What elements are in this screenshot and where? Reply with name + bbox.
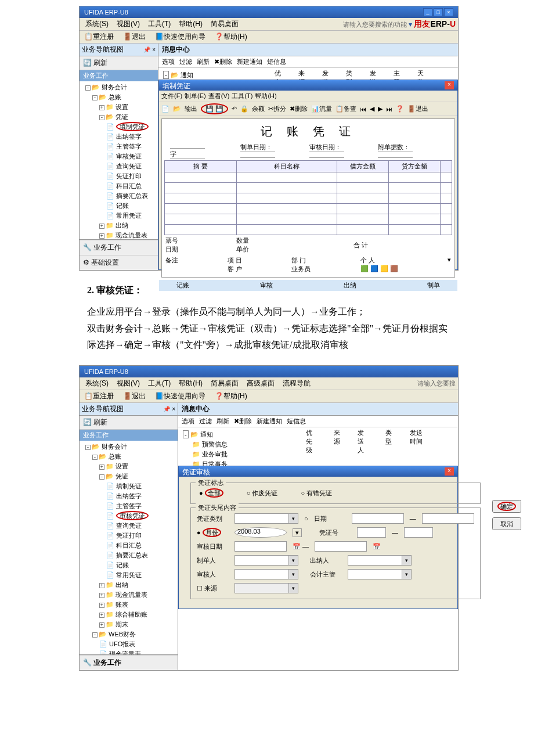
date-to-input[interactable]	[422, 513, 474, 524]
tb-options[interactable]: 选项	[162, 57, 175, 66]
tree-summary-table-2[interactable]: 📄 摘要汇总表	[81, 550, 176, 560]
refresh-button-2[interactable]: 🔄 刷新	[80, 416, 178, 430]
tree-voucher-2[interactable]: -📂 凭证	[81, 471, 176, 481]
chief-dropdown[interactable]: ▾	[348, 569, 412, 579]
tree-cashflow[interactable]: +📁 现金流量表	[81, 231, 157, 239]
tree-print-voucher-2[interactable]: 📄 凭证打印	[81, 531, 176, 541]
vmenu-make[interactable]: 制单(E)	[185, 92, 206, 100]
tree-subject-summary-2[interactable]: 📄 科目汇总	[81, 541, 176, 550]
tree-book-2[interactable]: +📁 账表	[81, 600, 176, 610]
close-icon[interactable]: ×	[444, 8, 453, 16]
vtb-split[interactable]: ✂拆分	[268, 105, 286, 113]
tree-supervisor-sign-2[interactable]: 📄 主管签字	[81, 501, 176, 511]
ok-button[interactable]: 确定	[492, 500, 521, 513]
audit-close-icon[interactable]: ×	[445, 467, 454, 476]
vtb-prev-icon[interactable]: ◀	[370, 105, 374, 113]
tree-supervisor-sign[interactable]: 📄 主管签字	[81, 142, 157, 152]
tree-post-2[interactable]: 📄 记账	[81, 560, 176, 570]
menu-tools[interactable]: 工具(T)	[145, 18, 174, 30]
tb-sms-2[interactable]: 短信息	[287, 417, 306, 426]
toolbar-guide[interactable]: 📘快速使用向导	[153, 31, 208, 43]
vtb-lock-icon[interactable]: 🔒	[240, 105, 248, 113]
toolbar-guide-2[interactable]: 📘快速使用向导	[153, 390, 208, 402]
tree-aux-2[interactable]: +📁 综合辅助账	[81, 610, 176, 620]
tree-ufo-2[interactable]: 📄 UFO报表	[81, 639, 176, 649]
tb-refresh-2[interactable]: 刷新	[217, 417, 229, 426]
menu-system-2[interactable]: 系统(S)	[82, 377, 112, 390]
vtb-flow[interactable]: 📊流量	[311, 105, 332, 113]
cancel-button[interactable]: 取消	[492, 517, 521, 530]
vtb-help-icon[interactable]: ❓	[396, 105, 404, 113]
search-hint[interactable]: 请输入您要搜索的功能	[343, 21, 407, 28]
tree-finance-2[interactable]: -📂 财务会计	[81, 442, 176, 452]
vtb-output[interactable]: 输出	[185, 105, 197, 113]
table-row[interactable]	[165, 204, 452, 214]
tree-cashier-sign-2[interactable]: 📄 出纳签字	[81, 491, 176, 501]
vtb-undo-icon[interactable]: ↶	[232, 105, 237, 113]
menu-tools-2[interactable]: 工具(T)	[145, 377, 174, 390]
menu-view[interactable]: 视图(V)	[113, 18, 143, 30]
vmenu-tools[interactable]: 工具(T)	[232, 92, 252, 100]
tree-common-voucher-2[interactable]: 📄 常用凭证	[81, 570, 176, 580]
tb-refresh[interactable]: 刷新	[197, 57, 210, 66]
pin-icon[interactable]: 📌 ×	[143, 46, 156, 53]
cashier-dropdown[interactable]: ▾	[348, 555, 412, 566]
vtb-check[interactable]: 📋备查	[335, 105, 356, 113]
tree-voucher[interactable]: -📂 凭证	[81, 112, 157, 122]
toolbar-reregister-2[interactable]: 📋重注册	[82, 390, 116, 402]
vtb-exit[interactable]: 🚪退出	[407, 105, 428, 113]
sidebar-bottom-work[interactable]: 🔧 业务工作	[80, 240, 158, 255]
pin-icon-2[interactable]: 📌 ×	[163, 406, 175, 412]
table-row[interactable]	[165, 183, 452, 193]
sidebar-bottom-work-2[interactable]: 🔧 业务工作	[80, 655, 178, 670]
tree-audit-voucher-2[interactable]: 📄 审核凭证	[81, 511, 176, 521]
tree-gl-2[interactable]: -📂 总账	[81, 452, 176, 462]
tree-fill-voucher[interactable]: 📄 填制凭证	[81, 122, 157, 132]
table-row[interactable]	[165, 214, 452, 225]
vno-from-input[interactable]	[357, 527, 386, 538]
table-row[interactable]	[165, 172, 452, 183]
radio-void[interactable]: ○ 作废凭证	[247, 489, 278, 498]
minimize-icon[interactable]: _	[423, 8, 432, 16]
tb-filter-2[interactable]: 过滤	[199, 417, 212, 426]
sidebar-bottom-base[interactable]: ⚙ 基础设置	[80, 255, 158, 270]
radio-error[interactable]: ○ 有错凭证	[301, 489, 332, 498]
toolbar-reregister[interactable]: 📋重注册	[82, 31, 116, 43]
date-from-input[interactable]	[352, 513, 404, 524]
tree-subject-summary[interactable]: 📄 科目汇总	[81, 181, 157, 191]
tree-cash[interactable]: +📁 出纳	[81, 221, 157, 231]
vtb-save-icon[interactable]: 💾 💾	[201, 103, 228, 114]
table-row[interactable]	[165, 193, 452, 204]
vtb-last-icon[interactable]: ⏭	[386, 106, 392, 113]
menu-simple-desktop[interactable]: 简易桌面	[207, 18, 242, 30]
adate-to-input[interactable]	[315, 541, 367, 552]
menu-view-2[interactable]: 视图(V)	[113, 377, 143, 390]
tree-fill-voucher-2[interactable]: 📄 填制凭证	[81, 481, 176, 491]
tree-gl[interactable]: -📂 总账	[81, 92, 157, 102]
adate-from-input[interactable]	[234, 541, 287, 552]
tb-delete-2[interactable]: ✖删除	[234, 417, 252, 426]
toolbar-help[interactable]: ❓帮助(H)	[212, 31, 250, 43]
auditor-dropdown[interactable]: ▾	[234, 569, 298, 579]
menu-system[interactable]: 系统(S)	[82, 18, 112, 30]
tb-newnotify-2[interactable]: 新建通知	[257, 417, 282, 426]
vtb-next-icon[interactable]: ▶	[378, 105, 383, 113]
tree-cash-2[interactable]: +📁 出纳	[81, 580, 176, 590]
tree-print-voucher[interactable]: 📄 凭证打印	[81, 171, 157, 181]
tree-term-2[interactable]: +📁 期末	[81, 620, 176, 629]
vmenu-file[interactable]: 文件(F)	[161, 92, 182, 100]
radio-all[interactable]: ● 全部	[199, 489, 223, 498]
vtb-new-icon[interactable]: 📄	[161, 105, 169, 113]
tree-finance[interactable]: -📂 财务会计	[81, 82, 157, 92]
month-input[interactable]: 2008.03	[234, 527, 287, 538]
tb-options-2[interactable]: 选项	[182, 417, 194, 426]
tree-common-voucher[interactable]: 📄 常用凭证	[81, 211, 157, 221]
tree-setup-2[interactable]: +📁 设置	[81, 462, 176, 471]
maximize-icon[interactable]: □	[434, 8, 443, 16]
label-source[interactable]: ☐ 来源	[197, 584, 229, 593]
toolbar-help-2[interactable]: ❓帮助(H)	[212, 390, 250, 402]
menu-help-2[interactable]: 帮助(H)	[175, 377, 206, 390]
menu-advanced[interactable]: 高级桌面	[243, 377, 278, 390]
menu-simple-2[interactable]: 简易桌面	[207, 377, 242, 390]
vtb-balance[interactable]: 余额	[252, 105, 265, 113]
